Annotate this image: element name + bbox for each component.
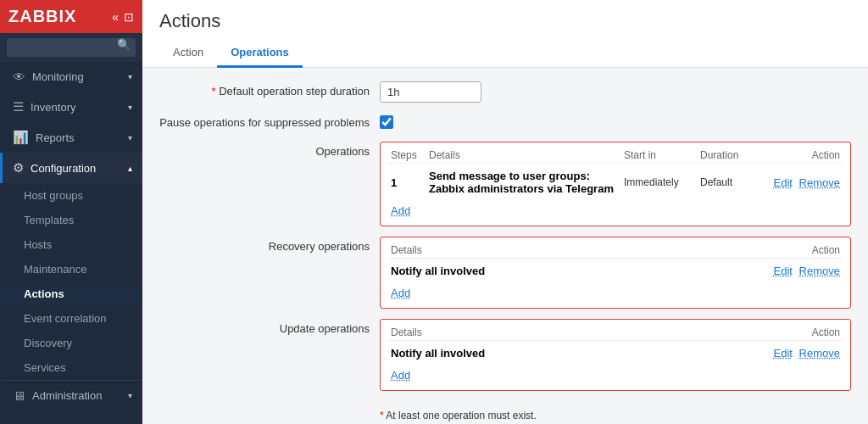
chevron-icon: ▾ — [128, 72, 132, 81]
configuration-icon: ⚙ — [13, 160, 24, 176]
operation-detail: Send message to user groups: Zabbix admi… — [429, 170, 624, 195]
logo-text: ZABBIX — [8, 7, 76, 26]
chevron-icon: ▾ — [128, 133, 132, 142]
monitoring-icon: 👁 — [13, 70, 25, 84]
admin-icon: 🖥 — [13, 388, 25, 403]
sidebar-item-host-groups[interactable]: Host groups — [0, 183, 142, 208]
edit-recovery-button[interactable]: Edit — [774, 265, 793, 277]
duration-value: Default — [700, 176, 764, 188]
main-content: Actions Action Operations * Default oper… — [142, 0, 868, 424]
tab-action[interactable]: Action — [159, 39, 217, 68]
operations-box: Steps Details Start in Duration Action 1… — [380, 142, 851, 226]
update-header: Details Action — [387, 325, 843, 341]
sub-item-label: Maintenance — [24, 263, 86, 276]
sidebar-item-event-correlation[interactable]: Event correlation — [0, 306, 142, 331]
sidebar-item-label: Administration — [32, 389, 102, 402]
chevron-icon: ▾ — [128, 391, 132, 400]
table-row: 1 Send message to user groups: Zabbix ad… — [387, 167, 843, 198]
sidebar: ZABBIX « ⊡ 🔍 👁 Monitoring ▾ ☰ Inventory … — [0, 0, 142, 424]
update-box: Details Action Notify all involved Edit … — [380, 319, 851, 391]
add-recovery-link[interactable]: Add — [387, 283, 414, 303]
startin-header: Start in — [624, 149, 700, 161]
note-text: * At least one operation must exist. — [380, 410, 851, 421]
recovery-box: Details Action Notify all involved Edit … — [380, 237, 851, 309]
update-actions: Edit Remove — [764, 347, 840, 360]
pause-row: Pause operations for suppressed problems — [159, 113, 851, 131]
table-row: Notify all involved Edit Remove — [387, 344, 843, 362]
edit-operation-button[interactable]: Edit — [774, 176, 793, 189]
remove-operation-button[interactable]: Remove — [799, 176, 840, 189]
sidebar-item-actions[interactable]: Actions — [0, 282, 142, 306]
sidebar-item-services[interactable]: Services — [0, 355, 142, 380]
duration-header: Duration — [700, 149, 764, 161]
remove-recovery-button[interactable]: Remove — [799, 265, 840, 277]
sidebar-logo: ZABBIX « ⊡ — [0, 0, 142, 33]
recovery-control: Details Action Notify all involved Edit … — [380, 237, 851, 309]
duration-control — [380, 81, 851, 103]
pause-label: Pause operations for suppressed problems — [159, 113, 380, 129]
sidebar-item-templates[interactable]: Templates — [0, 208, 142, 232]
update-action-header: Action — [764, 326, 840, 338]
sub-item-label: Discovery — [24, 337, 72, 349]
duration-input[interactable] — [380, 81, 481, 103]
collapse-icon[interactable]: « — [112, 10, 119, 24]
sub-item-label: Actions — [24, 287, 64, 300]
recovery-actions: Edit Remove — [764, 265, 840, 277]
reports-icon: 📊 — [13, 130, 29, 145]
recovery-row: Recovery operations Details Action Notif… — [159, 237, 851, 309]
operations-control: Steps Details Start in Duration Action 1… — [380, 142, 851, 226]
sidebar-nav: 👁 Monitoring ▾ ☰ Inventory ▾ 📊 Reports ▾… — [0, 62, 142, 424]
expand-icon[interactable]: ⊡ — [124, 10, 134, 24]
tab-operations[interactable]: Operations — [217, 39, 303, 68]
page-content: * Default operation step duration Pause … — [142, 68, 868, 424]
sidebar-item-monitoring[interactable]: 👁 Monitoring ▾ — [0, 62, 142, 92]
search-icon: 🔍 — [117, 38, 131, 51]
page-title: Actions — [159, 10, 851, 32]
recovery-details-header: Details — [391, 244, 764, 256]
start-in-value: Immediately — [624, 176, 700, 188]
ops-header: Steps Details Start in Duration Action — [387, 148, 843, 164]
sub-item-label: Templates — [24, 214, 74, 226]
recovery-detail: Notify all involved — [391, 265, 764, 277]
sidebar-item-reports[interactable]: 📊 Reports ▾ — [0, 122, 142, 153]
edit-update-button[interactable]: Edit — [774, 347, 793, 360]
step-number: 1 — [391, 176, 429, 189]
sidebar-item-hosts[interactable]: Hosts — [0, 232, 142, 257]
table-row: Notify all involved Edit Remove — [387, 262, 843, 280]
operations-label: Operations — [159, 142, 380, 158]
sidebar-item-label: Inventory — [31, 101, 75, 114]
add-operation-link[interactable]: Add — [387, 201, 414, 220]
sidebar-item-label: Reports — [36, 131, 75, 144]
steps-header: Steps — [391, 149, 429, 161]
sub-item-label: Services — [24, 361, 66, 374]
sidebar-item-label: Configuration — [31, 162, 96, 175]
add-update-link[interactable]: Add — [387, 365, 414, 385]
sub-item-label: Host groups — [24, 189, 83, 202]
tabs-container: Action Operations — [159, 39, 851, 67]
sidebar-search-container: 🔍 — [0, 33, 142, 62]
remove-update-button[interactable]: Remove — [799, 347, 840, 360]
sidebar-item-configuration[interactable]: ⚙ Configuration ▴ — [0, 153, 142, 183]
update-detail: Notify all involved — [391, 347, 764, 360]
sidebar-controls: « ⊡ — [112, 10, 134, 24]
operation-actions: Edit Remove — [764, 176, 840, 189]
sidebar-item-administration[interactable]: 🖥 Administration ▾ — [0, 380, 142, 410]
pause-control — [380, 113, 851, 131]
chevron-icon: ▴ — [128, 164, 132, 173]
sidebar-item-maintenance[interactable]: Maintenance — [0, 257, 142, 282]
page-header: Actions Action Operations — [142, 0, 868, 68]
recovery-header: Details Action — [387, 243, 843, 259]
update-row: Update operations Details Action Notify … — [159, 319, 851, 391]
action-header: Action — [764, 149, 840, 161]
sub-item-label: Hosts — [24, 238, 52, 251]
inventory-icon: ☰ — [13, 99, 24, 114]
sidebar-item-inventory[interactable]: ☰ Inventory ▾ — [0, 92, 142, 122]
required-asterisk: * — [212, 85, 220, 98]
pause-checkbox[interactable] — [380, 115, 393, 129]
sidebar-item-discovery[interactable]: Discovery — [0, 331, 142, 355]
duration-label: * Default operation step duration — [159, 81, 380, 98]
duration-row: * Default operation step duration — [159, 81, 851, 103]
note-message: At least one operation must exist. — [386, 410, 536, 421]
chevron-icon: ▾ — [128, 103, 132, 112]
details-header: Details — [429, 149, 624, 161]
